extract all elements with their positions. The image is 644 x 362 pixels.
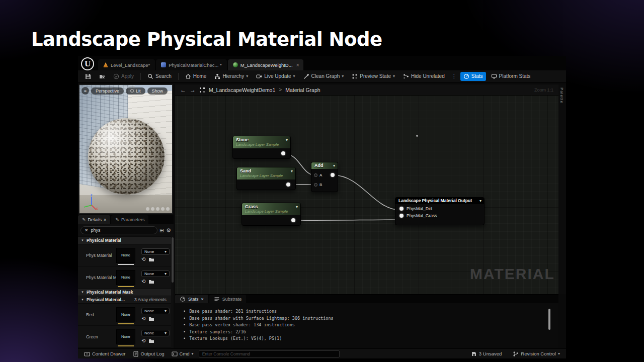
- palette-tab[interactable]: Palette: [559, 87, 564, 104]
- tab-details[interactable]: ✎ Details ×: [78, 215, 110, 224]
- tab-physical-material-check[interactable]: PhysicalMaterialChec... *: [156, 59, 227, 70]
- save-button[interactable]: [82, 72, 94, 81]
- input-pin-physmat-dirt[interactable]: PhysMat_Dirt: [395, 204, 484, 211]
- asset-thumbnail[interactable]: None: [116, 248, 135, 263]
- input-pin-a[interactable]: [314, 173, 317, 177]
- stats-toggle-button[interactable]: Stats: [460, 72, 486, 81]
- stats-gauge-icon: [180, 296, 186, 302]
- clean-graph-button[interactable]: Clean Graph ▾: [300, 72, 347, 81]
- revision-control-button[interactable]: Revision Control ▾: [511, 351, 562, 357]
- details-property-list: ▼ Physical Material Phys Material None N…: [78, 236, 171, 348]
- tab-stats[interactable]: Stats ×: [175, 295, 208, 303]
- details-scrollbar[interactable]: [172, 237, 174, 283]
- asset-select-dropdown[interactable]: None▾: [141, 330, 170, 336]
- chevron-down-icon[interactable]: ▾: [291, 169, 293, 173]
- content-drawer-button[interactable]: Content Drawer: [82, 351, 128, 357]
- stats-scrollbar[interactable]: [548, 309, 550, 330]
- use-selected-icon[interactable]: ⟲: [141, 338, 145, 343]
- input-pin-b[interactable]: [314, 183, 317, 187]
- breadcrumb-page[interactable]: Material Graph: [285, 87, 320, 93]
- viewport-menu-icon[interactable]: ≡: [82, 87, 89, 95]
- asset-select-dropdown[interactable]: None▾: [141, 308, 170, 314]
- search-button[interactable]: Search: [144, 72, 175, 81]
- viewport-controls: ≡ Perspective Lit Show: [82, 87, 168, 95]
- browse-to-asset-icon[interactable]: [148, 256, 154, 262]
- browse-to-asset-icon[interactable]: [148, 338, 154, 344]
- output-pin[interactable]: [281, 151, 285, 155]
- property-row-phys-material: Phys Material None None▾ ⟲: [78, 244, 171, 266]
- use-selected-icon[interactable]: ⟲: [141, 279, 145, 284]
- node-stone[interactable]: Stone Landscape Layer Sample ▾: [232, 136, 291, 159]
- preview-state-icon: [352, 73, 358, 79]
- node-grass[interactable]: Grass Landscape Layer Sample ▾: [242, 203, 301, 226]
- use-selected-icon[interactable]: ⟲: [141, 316, 145, 321]
- node-add[interactable]: Add ▾ A B: [311, 162, 338, 192]
- browse-to-asset-icon[interactable]: [148, 316, 154, 322]
- lit-mode-button[interactable]: Lit: [126, 87, 145, 95]
- breadcrumb-asset[interactable]: M_LandscapeWeightDemo1: [209, 87, 275, 93]
- details-search-input[interactable]: ✕ phys: [80, 226, 157, 234]
- cmd-selector[interactable]: Cmd ▾: [170, 351, 196, 357]
- use-selected-icon[interactable]: ⟲: [141, 256, 145, 262]
- mouse-cursor: [416, 135, 418, 137]
- hierarchy-button[interactable]: Hierarchy ▾: [211, 72, 251, 81]
- perspective-button[interactable]: Perspective: [91, 87, 124, 95]
- settings-gear-icon[interactable]: ⚙: [166, 227, 171, 234]
- browse-button[interactable]: [96, 72, 108, 81]
- display-filter-icon[interactable]: ⊞: [159, 227, 164, 234]
- chevron-down-icon[interactable]: ▾: [286, 138, 288, 142]
- tab-m-landscape-weight-demo[interactable]: M_LandscapeWeightD... ×: [228, 59, 303, 70]
- tab-level-landscape[interactable]: Level_Landscape*: [98, 59, 155, 70]
- input-pin[interactable]: [399, 214, 404, 218]
- asset-select-dropdown[interactable]: None▾: [141, 270, 170, 277]
- asset-thumbnail[interactable]: None: [116, 329, 135, 344]
- asset-thumbnail[interactable]: None: [116, 270, 135, 285]
- stats-gauge-icon: [463, 73, 469, 79]
- unsaved-assets-button[interactable]: 3 Unsaved: [469, 351, 504, 357]
- show-button[interactable]: Show: [147, 87, 168, 95]
- close-icon[interactable]: ×: [104, 217, 106, 222]
- stats-line: Base pass shader with Surface Lightmap: …: [189, 315, 334, 322]
- input-pin[interactable]: [399, 207, 404, 211]
- node-sand[interactable]: Sand Landscape Layer Sample ▾: [236, 167, 296, 190]
- apply-button[interactable]: Apply: [110, 72, 137, 81]
- node-landscape-physical-material-output[interactable]: Landscape Physical Material Output ▾ Phy…: [395, 197, 485, 225]
- clear-search-icon[interactable]: ✕: [85, 228, 89, 233]
- asset-select-dropdown[interactable]: None▾: [141, 248, 170, 255]
- chevron-down-icon[interactable]: ▾: [479, 199, 481, 203]
- platform-stats-button[interactable]: Platform Stats: [488, 72, 534, 81]
- tab-parameters[interactable]: ✎ Parameters: [111, 215, 148, 224]
- preview-state-button[interactable]: Preview State ▾: [349, 72, 398, 81]
- output-pin[interactable]: [331, 173, 335, 177]
- hide-unrelated-icon: [403, 73, 409, 79]
- asset-thumbnail[interactable]: None: [116, 307, 135, 322]
- live-update-button[interactable]: Live Update ▾: [253, 72, 298, 81]
- chevron-down-icon: ▾: [393, 74, 395, 78]
- stage: Landscape Physical Material Node U Level…: [0, 0, 644, 362]
- viewport-quick-buttons[interactable]: [146, 207, 170, 211]
- category-physical-materials-array[interactable]: ▼ Physical Material... 3 Array elements: [78, 296, 171, 303]
- tab-substrate[interactable]: Substrate: [209, 295, 247, 303]
- close-icon[interactable]: ×: [296, 62, 299, 68]
- hide-unrelated-button[interactable]: Hide Unrelated: [400, 72, 448, 81]
- output-log-button[interactable]: Output Log: [131, 351, 167, 357]
- home-button[interactable]: Home: [182, 72, 210, 81]
- close-icon[interactable]: ×: [201, 297, 204, 302]
- save-icon: [85, 73, 91, 79]
- chevron-down-icon[interactable]: ▾: [333, 163, 335, 168]
- browse-to-asset-icon[interactable]: [148, 279, 154, 285]
- output-pin[interactable]: [286, 183, 290, 187]
- chevron-down-icon[interactable]: ▾: [296, 205, 298, 209]
- unreal-logo-icon[interactable]: U: [81, 57, 94, 70]
- console-command-input[interactable]: [199, 350, 340, 357]
- node-subtitle: Landscape Layer Sample: [245, 209, 297, 214]
- forward-arrow-icon[interactable]: →: [190, 86, 196, 94]
- material-preview-viewport[interactable]: ≡ Perspective Lit Show z x: [79, 84, 173, 214]
- category-physical-material-mask[interactable]: ▼ Physical Material Mask: [78, 288, 171, 296]
- category-physical-material[interactable]: ▼ Physical Material: [78, 236, 171, 244]
- toolbar-overflow-button[interactable]: ⋮: [450, 73, 458, 79]
- output-pin[interactable]: [291, 218, 295, 222]
- graph-canvas[interactable]: Stone Landscape Layer Sample ▾ Sand Land…: [175, 96, 558, 294]
- input-pin-physmat-grass[interactable]: PhysMat_Grass: [395, 211, 484, 218]
- back-arrow-icon[interactable]: ←: [180, 86, 186, 94]
